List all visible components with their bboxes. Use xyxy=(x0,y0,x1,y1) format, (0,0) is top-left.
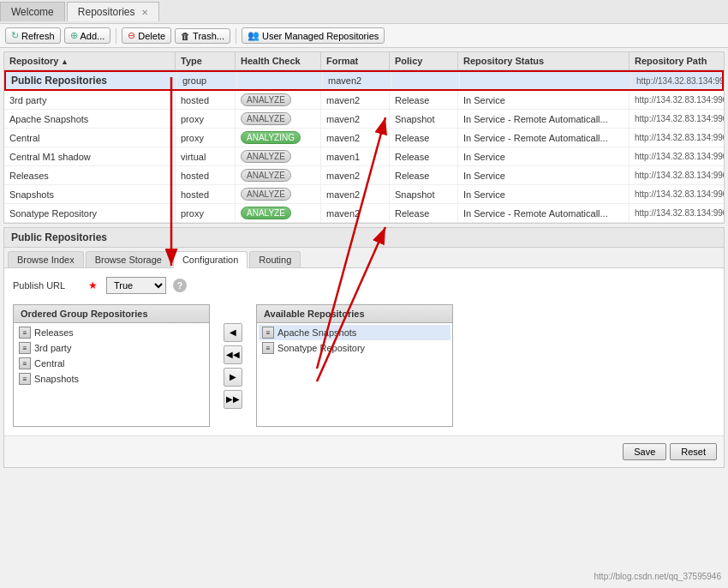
repo-icon: ≡ xyxy=(262,342,274,354)
list-item[interactable]: ≡ Releases xyxy=(15,325,207,340)
move-right-single-button[interactable]: ▶ xyxy=(224,368,242,387)
repo-policy-cell: Release xyxy=(390,147,458,165)
reset-button[interactable]: Reset xyxy=(670,443,717,460)
list-item[interactable]: ≡ Apache Snapshots xyxy=(259,325,451,340)
list-item[interactable]: ≡ Snapshots xyxy=(15,371,207,387)
repo-policy-cell: Release xyxy=(390,129,458,147)
available-repos-panel: Available Repositories ≡ Apache Snapshot… xyxy=(256,304,453,427)
analyze-button[interactable]: ANALYZE xyxy=(241,188,291,201)
available-repos-list: ≡ Apache Snapshots ≡ Sonatype Repository xyxy=(257,323,452,426)
repo-name-cell: Public Repositories xyxy=(6,72,177,89)
tab-close-icon[interactable]: ✕ xyxy=(141,8,148,17)
publish-url-select[interactable]: True False xyxy=(106,277,166,294)
table-row[interactable]: Central proxy ANALYZING maven2 Release I… xyxy=(4,129,724,147)
repo-health-cell[interactable]: ANALYZE xyxy=(236,204,321,222)
repo-policy-cell xyxy=(391,72,460,89)
bottom-panel: Public Repositories Browse Index Browse … xyxy=(3,227,725,468)
repo-path-cell: http://134.32.83.134:9903/nexus xyxy=(630,129,724,147)
analyze-button[interactable]: ANALYZE xyxy=(241,93,291,106)
bottom-panel-title: Public Repositories xyxy=(4,228,724,248)
repo-health-cell[interactable]: ANALYZE xyxy=(236,147,321,165)
repo-health-cell[interactable]: ANALYZE xyxy=(236,110,321,128)
repo-path-cell: http://134.32.83.134:9903/nexus xyxy=(630,204,724,222)
repo-status-cell: In Service xyxy=(458,166,630,184)
table-row[interactable]: Sonatype Repository proxy ANALYZE maven2… xyxy=(4,204,724,223)
toolbar: ↻ Refresh ⊕ Add... ⊖ Delete 🗑 Trash... 👥… xyxy=(0,24,728,48)
publish-url-label: Publish URL xyxy=(13,280,81,291)
repo-policy-cell: Release xyxy=(390,166,458,184)
help-icon[interactable]: ? xyxy=(173,279,187,292)
repo-name-cell: Apache Snapshots xyxy=(4,110,176,128)
repo-format-cell: maven2 xyxy=(321,185,390,203)
repo-status-cell: In Service - Remote Automaticall... xyxy=(458,204,630,222)
repo-status-cell: In Service - Remote Automaticall... xyxy=(458,129,630,147)
repo-format-cell: maven2 xyxy=(321,91,390,109)
user-managed-button[interactable]: 👥 User Managed Repositories xyxy=(242,27,385,44)
repo-policy-cell: Release xyxy=(390,204,458,222)
repo-health-cell[interactable]: ANALYZE xyxy=(236,166,321,184)
analyze-button[interactable]: ANALYZE xyxy=(241,112,291,125)
list-item[interactable]: ≡ Central xyxy=(15,356,207,371)
add-button[interactable]: ⊕ Add... xyxy=(64,27,111,44)
separator-2 xyxy=(236,28,236,44)
tab-browse-storage[interactable]: Browse Storage xyxy=(86,251,171,267)
col-repository: Repository xyxy=(4,52,176,69)
repo-type-cell: hosted xyxy=(176,185,236,203)
user-managed-icon: 👥 xyxy=(248,30,260,41)
table-row[interactable]: Apache Snapshots proxy ANALYZE maven2 Sn… xyxy=(4,110,724,129)
repo-type-cell: virtual xyxy=(176,147,236,165)
repo-health-cell xyxy=(237,72,323,89)
repo-format-cell: maven2 xyxy=(321,204,390,222)
repo-icon: ≡ xyxy=(19,373,31,385)
repo-icon: ≡ xyxy=(262,327,274,339)
move-left-all-button[interactable]: ◀◀ xyxy=(224,345,242,364)
refresh-icon: ↻ xyxy=(11,30,19,41)
table-row[interactable]: 3rd party hosted ANALYZE maven2 Release … xyxy=(4,91,724,110)
tab-browse-index[interactable]: Browse Index xyxy=(8,251,84,267)
analyze-button[interactable]: ANALYZE xyxy=(241,169,291,182)
trash-button[interactable]: 🗑 Trash... xyxy=(175,28,230,44)
repo-path-cell: http://134.32.83.134:9903/nexus xyxy=(631,72,722,89)
repo-health-cell[interactable]: ANALYZE xyxy=(236,185,321,203)
analyze-button[interactable]: ANALYZE xyxy=(241,150,291,163)
repo-path-cell: http://134.32.83.134:9903/nexus xyxy=(630,185,724,203)
repo-policy-cell: Snapshot xyxy=(390,110,458,128)
repo-name-cell: Releases xyxy=(4,166,176,184)
repositories-table: Repository Type Health Check Format Poli… xyxy=(3,51,725,224)
repo-health-cell[interactable]: ANALYZING xyxy=(236,129,321,147)
repo-path-cell: http://134.32.83.134:9903/nexus xyxy=(630,91,724,109)
list-item[interactable]: ≡ 3rd party xyxy=(15,340,207,356)
analyze-button[interactable]: ANALYZING xyxy=(241,131,301,144)
tab-welcome[interactable]: Welcome xyxy=(0,2,65,21)
table-row[interactable]: Public Repositories group maven2 http://… xyxy=(4,70,724,91)
col-policy: Policy xyxy=(390,52,458,69)
delete-icon: ⊖ xyxy=(128,30,135,41)
col-format: Format xyxy=(321,52,390,69)
refresh-button[interactable]: ↻ Refresh xyxy=(5,27,61,44)
repo-format-cell: maven2 xyxy=(323,72,391,89)
ordered-group-panel: Ordered Group Repositories ≡ Releases ≡ … xyxy=(13,304,210,427)
repo-name-cell: 3rd party xyxy=(4,91,176,109)
arrow-buttons-col: ◀ ◀◀ ▶ ▶▶ xyxy=(220,304,246,427)
repo-icon: ≡ xyxy=(19,357,31,369)
col-status: Repository Status xyxy=(458,52,630,69)
repo-format-cell: maven2 xyxy=(321,110,390,128)
list-item[interactable]: ≡ Sonatype Repository xyxy=(259,340,451,356)
tab-repositories[interactable]: Repositories ✕ xyxy=(67,2,159,21)
move-right-all-button[interactable]: ▶▶ xyxy=(224,390,242,409)
analyze-button[interactable]: ANALYZE xyxy=(241,207,291,219)
table-row[interactable]: Releases hosted ANALYZE maven2 Release I… xyxy=(4,166,724,185)
move-left-single-button[interactable]: ◀ xyxy=(224,323,242,342)
repo-format-cell: maven2 xyxy=(321,129,390,147)
col-health-check: Health Check xyxy=(236,52,321,69)
table-header: Repository Type Health Check Format Poli… xyxy=(4,52,724,70)
delete-button[interactable]: ⊖ Delete xyxy=(122,27,171,44)
repo-health-cell[interactable]: ANALYZE xyxy=(236,91,321,109)
table-row[interactable]: Snapshots hosted ANALYZE maven2 Snapshot… xyxy=(4,185,724,204)
repo-status-cell xyxy=(460,72,631,89)
tab-routing[interactable]: Routing xyxy=(249,251,301,267)
repo-icon: ≡ xyxy=(19,327,31,339)
save-button[interactable]: Save xyxy=(623,443,666,460)
table-row[interactable]: Central M1 shadow virtual ANALYZE maven1… xyxy=(4,147,724,166)
tab-configuration[interactable]: Configuration xyxy=(173,251,248,268)
